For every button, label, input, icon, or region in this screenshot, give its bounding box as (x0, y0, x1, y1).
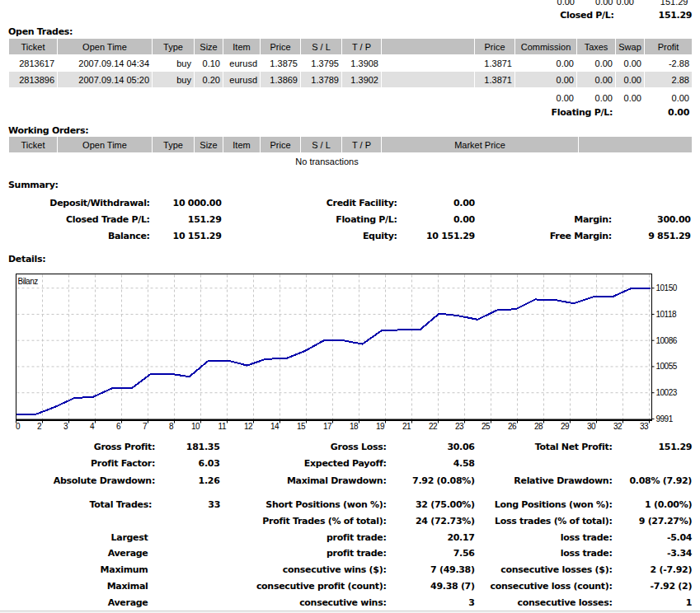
chart-x-tick-label: 29 (561, 422, 570, 431)
stat-c1-value: 33 (208, 499, 220, 510)
stat-c3-label: consecutive loss (count): (491, 581, 613, 592)
summary-c3-value: 9 851.29 (648, 231, 691, 241)
chart-title: Bilanz (18, 277, 39, 286)
working-orders-empty-row: No transactions (9, 153, 692, 169)
chart-x-tick-label: 18 (350, 422, 359, 431)
stat-c1-value: 1.26 (199, 475, 220, 486)
chart-x-tick-label: 8 (169, 422, 174, 431)
stat-c2-value: 30.06 (447, 442, 474, 452)
statement-report-page: 0.00 0.00 0.00 151.29 Closed P/L: 151.29… (0, 0, 700, 613)
open-trades-total-commission: 0.00 (515, 88, 576, 104)
closed-totals-taxes: 0.00 (595, 0, 613, 7)
stat-c1-label: Maximal (107, 581, 148, 592)
open-trades-header-cell: Size (195, 39, 223, 54)
open-trades-cell: 0.00 (577, 55, 615, 71)
chart-x-tick-label: 23 (455, 422, 464, 431)
open-trades-header-cell: Ticket (9, 39, 57, 54)
floating-pl-label: Floating P/L: (9, 105, 615, 120)
chart-x-tick-label: 11 (218, 422, 227, 431)
open-trades-cell: 0.00 (577, 72, 615, 87)
summary-c1-value: 10 151.29 (173, 231, 222, 241)
stat-c2-value: 24 (72.73%) (416, 516, 475, 526)
open-trades-header-cell: Commission (515, 39, 576, 54)
open-trades-header-cell: Type (153, 39, 194, 54)
chart-x-tick-label: 21 (402, 422, 411, 431)
open-trades-cell: 0.20 (195, 72, 223, 87)
open-trades-totals-row: 0.000.000.000.00 (9, 88, 692, 104)
open-trades-total-swap: 0.00 (616, 88, 644, 104)
stat-c3-value: 2 (-7.92) (651, 564, 693, 575)
chart-x-tick-label: 25 (482, 422, 491, 431)
open-trades-header-cell: S / L (301, 39, 341, 54)
details-section-label: Details: (8, 254, 45, 264)
summary-c3-label: Free Margin: (550, 231, 612, 241)
chart-y-tick-label: 10150 (656, 283, 678, 292)
open-trades-cell: 1.3908 (342, 55, 381, 71)
open-trades-header-cell: T / P (342, 39, 381, 54)
stat-c3-value: 9 (27.27%) (639, 516, 692, 526)
open-trades-cell: buy (153, 72, 194, 87)
stat-c1-value: 6.03 (199, 458, 220, 469)
summary-c2-label: Credit Facility: (327, 198, 397, 208)
balance-chart: 1015010118100861005510023999102346781011… (0, 268, 700, 437)
summary-c2-value: 10 151.29 (426, 231, 475, 241)
stat-c3-value: -5.04 (667, 532, 692, 543)
working-orders-header-cell: Open Time (58, 137, 152, 152)
open-trades-header-cell (382, 39, 474, 54)
floating-pl-value: 0.00 (645, 105, 692, 120)
open-trades-cell: -2.88 (645, 55, 692, 71)
working-orders-table: TicketOpen TimeTypeSizeItemPriceS / LT /… (8, 136, 693, 170)
stat-c3-label: Loss trades (% of total): (495, 516, 613, 526)
stat-c2-label: Maximal Drawdown: (287, 475, 387, 486)
open-trades-cell: eurusd (223, 55, 260, 71)
open-trades-header-cell: Price (475, 39, 514, 54)
closed-pl-value: 151.29 (659, 10, 693, 21)
stat-c2-value: 4.58 (453, 458, 475, 469)
stat-c3-value: 1 (686, 597, 692, 608)
open-trades-row: 28136172007.09.14 04:34buy0.10eurusd1.38… (9, 55, 692, 71)
chart-x-tick-label: 19 (376, 422, 385, 431)
stat-c2-value: 7.56 (453, 548, 475, 559)
open-trades-cell: 0.00 (515, 55, 576, 71)
stat-c2-label: profit trade: (327, 548, 386, 559)
working-orders-header-cell: Type (153, 137, 194, 152)
stat-c2-value: 32 (75.00%) (416, 499, 475, 510)
working-orders-header-cell: Market Price (382, 137, 578, 152)
chart-x-tick-label: 4 (90, 422, 95, 431)
stat-c3-value: -3.34 (667, 548, 692, 559)
summary-c2-value: 0.00 (453, 198, 475, 208)
chart-x-tick-label: 22 (429, 422, 438, 431)
chart-x-tick-label: 32 (613, 422, 622, 431)
summary-c3-value: 300.00 (657, 214, 691, 225)
summary-c1-label: Closed Trade P/L: (66, 214, 150, 225)
chart-x-tick-label: 15 (297, 422, 306, 431)
stat-c1-label: Largest (111, 532, 148, 543)
open-trades-cell: 1.3795 (301, 55, 341, 71)
stat-c1-label: Total Trades: (90, 499, 152, 510)
chart-y-tick-label: 10118 (656, 310, 678, 319)
summary-c2-label: Equity: (363, 231, 397, 241)
working-orders-header-cell: S / L (301, 137, 341, 152)
open-trades-row: 28138962007.09.14 05:20buy0.20eurusd1.38… (9, 72, 692, 87)
open-trades-cell: 0.00 (616, 72, 644, 87)
open-trades-cell: 1.3871 (475, 72, 514, 87)
stat-c1-label: Average (108, 548, 148, 559)
open-trades-cell: eurusd (223, 72, 260, 87)
stat-c3-label: consecutive losses ($): (500, 564, 612, 575)
summary-section-label: Summary: (8, 180, 59, 190)
stat-c2-label: consecutive profit (count): (256, 581, 387, 592)
floating-pl-row: Floating P/L:0.00 (9, 105, 692, 120)
summary-c1-label: Balance: (108, 231, 150, 241)
stat-c2-label: consecutive wins: (299, 597, 386, 608)
chart-x-tick-label: 7 (143, 422, 148, 431)
working-orders-header-cell: Size (195, 137, 223, 152)
closed-pl-label: Closed P/L: (560, 10, 613, 21)
stat-c3-label: Long Positions (won %): (495, 499, 613, 510)
stat-c2-label: consecutive wins ($): (283, 564, 387, 575)
open-trades-cell: 2813617 (9, 55, 57, 71)
summary-c2-value: 0.00 (453, 214, 475, 225)
stat-c3-label: loss trade: (561, 548, 613, 559)
closed-totals-profit: 151.29 (660, 0, 688, 7)
chart-x-tick-label: 6 (116, 422, 121, 431)
chart-plot-border (16, 274, 652, 421)
